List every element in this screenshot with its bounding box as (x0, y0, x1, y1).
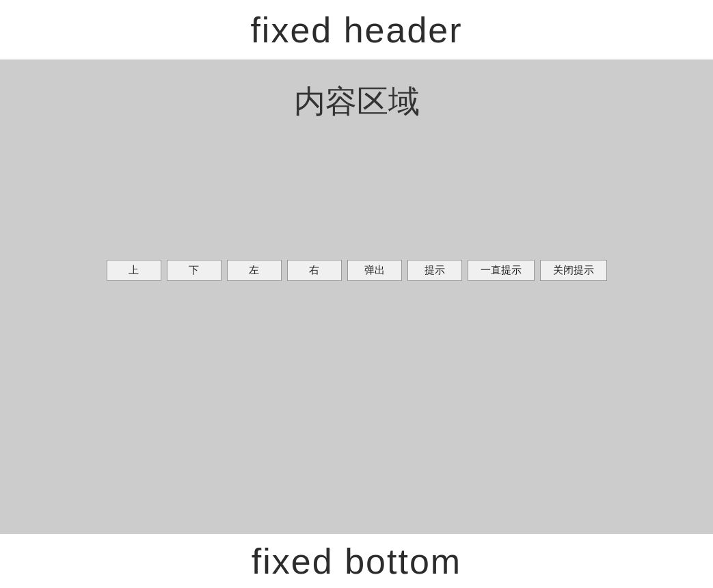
fixed-header: fixed header (0, 0, 713, 60)
content-area: 内容区域 上 下 左 右 弹出 提示 一直提示 关闭提示 (0, 60, 713, 533)
btn-popup[interactable]: 弹出 (347, 260, 402, 281)
fixed-footer: fixed bottom (0, 533, 713, 588)
btn-always-hint[interactable]: 一直提示 (468, 260, 535, 281)
btn-left[interactable]: 左 (227, 260, 282, 281)
button-row: 上 下 左 右 弹出 提示 一直提示 关闭提示 (107, 260, 607, 281)
btn-hint[interactable]: 提示 (407, 260, 462, 281)
fixed-footer-text: fixed bottom (252, 541, 461, 582)
content-title: 内容区域 (294, 81, 420, 123)
btn-right[interactable]: 右 (287, 260, 342, 281)
btn-down[interactable]: 下 (167, 260, 221, 281)
fixed-header-text: fixed header (250, 10, 462, 51)
btn-close-hint[interactable]: 关闭提示 (540, 260, 607, 281)
btn-up[interactable]: 上 (107, 260, 161, 281)
